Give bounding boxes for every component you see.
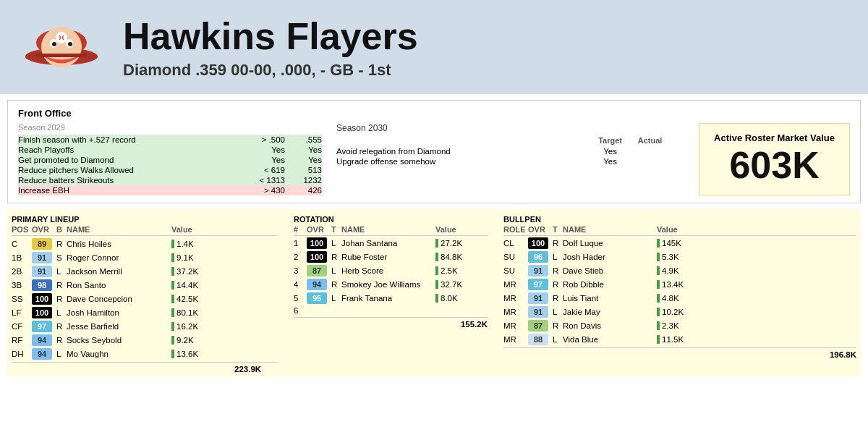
bp-name: Rob Dibble [563,280,657,289]
svg-rect-9 [36,54,87,57]
ovr-badge: 91 [32,252,52,263]
bp-name: Jakie May [563,308,657,316]
ovr-badge: 100 [32,293,52,305]
lineup-value: 80.1K [171,308,215,317]
lineup-ovr: 89 [32,238,56,250]
col-header-value: Value [171,225,215,234]
ovr-badge: 94 [32,334,52,346]
lineup-ovr: 98 [32,279,56,291]
rotation-title: ROTATION [294,212,488,225]
lineup-hand: L [56,350,67,358]
rotation-rows: 1 100 L Johan Santana 27.2K 2 100 R Rube… [294,236,488,316]
rot-hand: L [331,266,341,275]
rotation-total-value: 155.2K [461,320,488,329]
rot-hand: L [331,294,341,303]
rot-num: 1 [294,239,307,248]
table-row: 2 100 R Rube Foster 84.8K [294,250,488,263]
lineup-hand: L [56,308,67,317]
bp-role: MR [503,335,528,344]
value-bar-icon [657,266,660,275]
table-row: SS 100 R Dave Concepcion 42.5K [12,292,278,305]
value-bar-icon [657,239,660,248]
lineup-name: Jesse Barfield [67,322,171,331]
fo-goal-actual: .555 [289,135,322,144]
bp-value: 11.5K [657,335,700,344]
svg-point-8 [56,32,67,43]
rot-name: Rube Foster [341,253,435,261]
value-bar-icon [657,294,660,303]
lineup-value: 13.6K [171,350,215,358]
table-row: 4 94 R Smokey Joe Williams 32.7K [294,277,488,291]
fo-goal-actual: 426 [289,186,322,195]
fo2-goal-label: Avoid relegation from Diamond [336,147,590,156]
col-header-rt: T [331,225,341,234]
ovr-badge: 97 [32,321,52,332]
fo2-goal-target: Yes [590,147,630,156]
mv-label: Active Roster Market Value [714,132,835,143]
value-bar-icon [171,240,174,248]
bullpen-total-value: 196.8K [830,350,856,359]
bullpen-title: BULLPEN [503,212,856,225]
lineup-hand: R [56,336,67,345]
value-bar-icon [171,350,174,358]
fo2-actual-header: Actual [630,136,670,145]
bp-role: MR [503,280,528,289]
table-row: 2B 91 L Jackson Merrill 37.2K [12,264,278,278]
front-office: Front Office Season 2029 Finish season w… [7,100,861,203]
bp-ovr: 100 [528,237,553,249]
fo-title: Front Office [18,108,850,119]
fo2-goal-row: Avoid relegation from Diamond Yes [336,146,670,156]
market-value-box: Active Roster Market Value 603K [699,123,850,195]
value-bar-icon [657,321,660,330]
fo-season-label: Season 2029 [18,123,322,132]
fo-goal-actual: Yes [289,145,322,154]
lineup-hand: R [56,281,67,290]
table-row: 5 95 L Frank Tanana 8.0K [294,291,488,305]
lineup-name: Jackson Merrill [67,267,171,276]
fo-goals-2029: Finish season with +.527 record > .500 .… [18,135,322,195]
bp-hand: L [553,253,563,261]
bp-name: Luis Tiant [563,294,657,303]
col-header-bpname: NAME [563,225,657,234]
fo-content: Season 2029 Finish season with +.527 rec… [18,123,850,195]
col-header-num: # [294,225,307,234]
lineup-ovr: 91 [32,252,56,263]
fo-goal-actual: 1232 [289,176,322,185]
table-row: SU 91 R Dave Stieb 4.9K [503,263,856,277]
bullpen-rows: CL 100 R Dolf Luque 145K SU 96 L Josh Ha… [503,236,856,346]
bp-ovr: 91 [528,265,553,276]
lineup-title: PRIMARY LINEUP [12,212,278,225]
fo-goal-row: Reduce batters Strikeouts < 1313 1232 [18,175,322,185]
rot-name: Herb Score [341,266,435,275]
value-bar-icon [435,253,438,261]
table-row: 6 [294,305,488,316]
fo2-target-header: Target [590,136,630,145]
rot-hand: R [331,253,341,261]
lineup-pos: RF [12,336,32,345]
svg-point-7 [68,42,72,46]
fo-goals-2030: Avoid relegation from Diamond Yes Upgrad… [336,146,670,166]
bp-hand: R [553,321,563,330]
bp-role: MR [503,321,528,330]
fo2-goal-target: Yes [590,157,630,166]
bp-name: Dolf Luque [563,239,657,248]
fo2-goal-row: Upgrade offense somehow Yes [336,156,670,166]
table-row: CL 100 R Dolf Luque 145K [503,236,856,250]
ovr-badge: 91 [528,306,548,318]
bp-name: Josh Hader [563,253,657,261]
rot-ovr: 87 [307,265,331,276]
bp-hand: R [553,294,563,303]
lineup-pos: 1B [12,253,32,262]
rot-ovr: 95 [307,292,331,304]
ovr-badge: 94 [32,348,52,360]
lineup-pos: 2B [12,267,32,276]
fo2-goal-header [336,136,590,145]
rot-name: Frank Tanana [341,294,435,303]
rotation-section: ROTATION # OVR T NAME Value 1 100 L Joha… [289,209,492,376]
ovr-badge: 100 [32,307,52,318]
bp-name: Ron Davis [563,321,657,330]
ovr-badge: 100 [307,251,327,263]
bp-role: SU [503,266,528,275]
bp-ovr: 96 [528,251,553,263]
col-header-b: B [56,225,67,234]
